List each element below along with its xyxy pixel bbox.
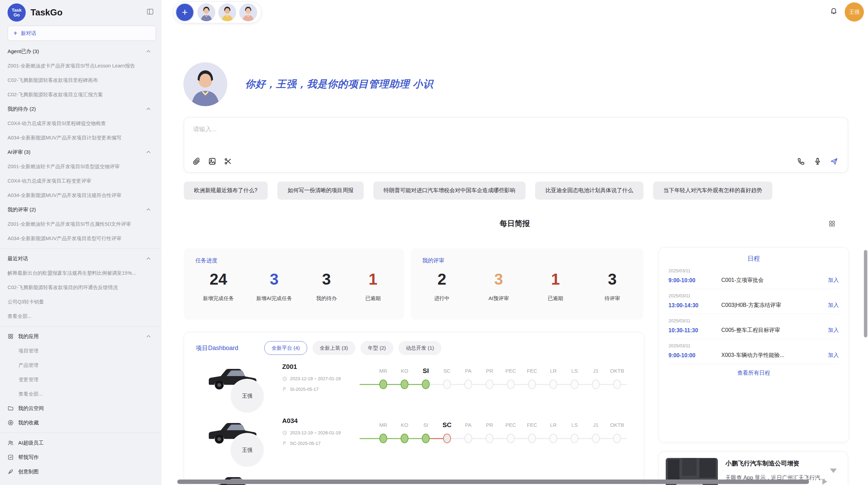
milestone: J1	[585, 365, 606, 392]
milestone-dot	[528, 434, 536, 443]
milestone-label: OKTB	[606, 419, 628, 431]
sidebar-collapse-icon[interactable]	[146, 8, 156, 17]
suggestion-chip[interactable]: 特朗普可能对进口汽车增税会对中国车企造成哪些影响	[373, 182, 526, 200]
milestone-label: PA	[458, 419, 479, 431]
briefing-card: 我的评审2进行中3AI预评审1已逾期3待评审	[411, 248, 643, 320]
stat: 3新增AI完成任务	[256, 270, 292, 302]
suggestion-chip[interactable]: 欧洲新规最近颁布了什么?	[184, 182, 268, 200]
sidebar-item[interactable]: A034-全新新能源MUV产品开发项目计划变更表编写	[0, 130, 161, 145]
dashboard-filter-pill[interactable]: 全新上装 (3)	[313, 341, 355, 355]
microphone-icon[interactable]	[813, 157, 822, 167]
sidebar-item[interactable]: C0X4-动力总成开发项目工程变更评审	[0, 174, 161, 188]
sidebar-item[interactable]: A034-全新新能源MUV产品开发项目法规符合性评审	[0, 188, 161, 202]
schedule-event-title: C003|H0B-方案冻结评审	[721, 302, 828, 309]
stat-value: 3	[487, 270, 511, 288]
sidebar-section-header[interactable]: AI评审 (3)	[0, 145, 161, 159]
scissors-icon[interactable]	[224, 157, 232, 167]
schedule-list: 2025/03/119:00-10:00C001-立项审批会加入2025/03/…	[659, 263, 848, 364]
milestone-label: PEC	[500, 419, 521, 431]
scroll-down-arrow-icon[interactable]	[830, 469, 837, 473]
add-session-button[interactable]: +	[175, 3, 194, 22]
dashboard-filter-pill[interactable]: 全新平台 (4)	[264, 341, 307, 355]
milestone-label: SI	[415, 365, 436, 377]
sidebar-section-header[interactable]: 最近对话	[0, 251, 161, 266]
sidebar-item[interactable]: A034-全新新能源MUV产品开发项目造型可行性评审	[0, 231, 161, 246]
suggestion-chip[interactable]: 当下年轻人对汽车外观有怎样的喜好趋势	[653, 182, 772, 200]
dashboard-filter-pill[interactable]: 动总开发 (1)	[399, 341, 442, 355]
milestone: PA	[458, 419, 479, 446]
chat-input[interactable]: 请输入...	[184, 117, 848, 173]
schedule-join-link[interactable]: 加入	[828, 302, 839, 309]
schedule-view-all-link[interactable]: 查看所有日程	[659, 364, 848, 377]
session-avatar[interactable]	[197, 3, 215, 21]
sidebar-section-header[interactable]: 我的应用	[0, 329, 161, 344]
schedule-join-link[interactable]: 加入	[828, 277, 839, 284]
user-avatar[interactable]: 王强	[845, 2, 864, 22]
sidebar-link-folder[interactable]: 我的云空间	[0, 401, 161, 415]
sidebar-item[interactable]: Z001-全新燃油轻卡产品开发项目SI造型提交物评审	[0, 159, 161, 174]
milestone-dot	[550, 434, 557, 443]
schedule-title: 日程	[659, 248, 848, 263]
schedule-event-title: C001-立项审批会	[721, 277, 828, 284]
layout-grid-icon[interactable]	[828, 220, 836, 228]
stat-label: 已逾期	[361, 295, 385, 302]
sidebar-item[interactable]: 项目管理	[0, 344, 161, 358]
sidebar-section-header[interactable]: 我的评审 (2)	[0, 202, 161, 217]
milestone: PR	[479, 419, 500, 446]
sidebar-item[interactable]: Z001-全新燃油轻卡产品开发项目SI节点属性5D文件评审	[0, 217, 161, 231]
sidebar-item[interactable]: C02-飞腾新能源轻客改款项目的闭环通告反馈情况	[0, 280, 161, 295]
schedule-time: 10:30-11:30	[668, 327, 716, 334]
send-icon[interactable]	[830, 157, 838, 167]
sidebar-header: Task Go TaskGo	[0, 0, 161, 24]
milestone: SC	[436, 365, 458, 392]
sidebar-item[interactable]: 解释最新出台的欧盟报废车法规再生塑料比例被调至15%...	[0, 266, 161, 280]
suggestion-chip[interactable]: 如何写一份清晰的项目周报	[277, 182, 364, 200]
sidebar-tool-write[interactable]: 帮我写作	[0, 450, 161, 464]
session-avatar[interactable]	[218, 3, 236, 21]
image-icon[interactable]	[208, 157, 216, 167]
scroll-right-arrow-icon[interactable]	[822, 478, 827, 485]
sidebar-item[interactable]: 变更管理	[0, 372, 161, 387]
schedule-time: 9:00-10:00	[668, 277, 716, 284]
milestone: MR	[373, 365, 394, 392]
app-logo: Task Go	[8, 3, 26, 22]
sidebar-item[interactable]: C02-飞腾新能源轻客改款项目立项汇报方案	[0, 87, 161, 102]
stat-value: 3	[256, 270, 292, 288]
sidebar-item[interactable]: 公司Q3轻卡销量	[0, 295, 161, 309]
sidebar-section-header[interactable]: Agent已办 (3)	[0, 44, 161, 59]
project-row[interactable]: 王强A0342023-12-19 ~ 2026-01-19SC-2025-05-…	[184, 414, 644, 466]
paperclip-icon[interactable]	[192, 157, 201, 167]
dashboard-filter-pill[interactable]: 年型 (2)	[361, 341, 393, 355]
sidebar-item[interactable]: C0X4-动力总成开发项目SI里程碑提交物检查	[0, 116, 161, 130]
sidebar-item[interactable]: C02-飞腾新能源轻客改款项目里程碑画布	[0, 73, 161, 87]
milestone: PEC	[500, 365, 521, 392]
milestone-label: KO	[394, 365, 415, 377]
milestone-label: MR	[373, 419, 394, 431]
milestone: LR	[543, 419, 564, 446]
new-chat-button[interactable]: + 新对话	[8, 26, 156, 41]
vertical-scrollbar[interactable]	[864, 250, 867, 337]
sidebar-item[interactable]: 查看全部...	[0, 309, 161, 323]
suggestion-chip[interactable]: 比亚迪全固态电池计划具体说了什么	[535, 182, 643, 200]
schedule-join-link[interactable]: 加入	[828, 352, 839, 359]
sidebar-item[interactable]: 查看全部...	[0, 387, 161, 401]
sidebar-section-header[interactable]: 我的待办 (2)	[0, 102, 161, 116]
sidebar-tool-users[interactable]: AI超级员工	[0, 436, 161, 450]
phone-icon[interactable]	[797, 157, 805, 167]
project-row[interactable]: 王强Z0012023-12-19 ~ 2027-01-19SI-2025-05-…	[184, 360, 644, 412]
sidebar-tool-quill[interactable]: 创意制图	[0, 464, 161, 479]
divider	[0, 248, 161, 249]
schedule-time: 13:00-14:30	[668, 302, 716, 309]
schedule-join-link[interactable]: 加入	[828, 327, 839, 334]
sidebar-item[interactable]: 产品管理	[0, 358, 161, 372]
sidebar-item[interactable]: Z001-全新燃油皮卡产品开发项目SI节点Lesson Learn报告	[0, 59, 161, 73]
session-avatar[interactable]	[239, 3, 257, 21]
dashboard-filters: 全新平台 (4)全新上装 (3)年型 (2)动总开发 (1)	[264, 341, 441, 355]
schedule-time: 9:00-10:00	[668, 352, 716, 359]
milestone: LS	[564, 419, 585, 446]
horizontal-scrollbar[interactable]	[177, 480, 809, 484]
bell-icon[interactable]	[830, 7, 839, 16]
milestone-dot	[571, 380, 579, 389]
sidebar-link-star[interactable]: 我的收藏	[0, 415, 161, 430]
milestone-dot	[443, 380, 451, 389]
